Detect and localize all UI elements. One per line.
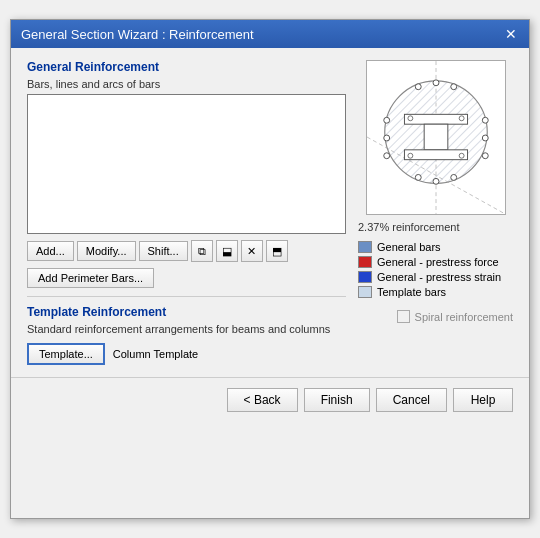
dialog-footer: < Back Finish Cancel Help — [11, 377, 529, 422]
legend-color-prestress-strain — [358, 271, 372, 283]
template-button[interactable]: Template... — [27, 343, 105, 365]
spiral-label: Spiral reinforcement — [415, 311, 513, 323]
svg-point-16 — [482, 153, 488, 159]
divider — [27, 296, 346, 297]
legend-color-template-bars — [358, 286, 372, 298]
svg-point-19 — [450, 174, 456, 180]
dialog-body: General Reinforcement Bars, lines and ar… — [11, 48, 529, 377]
legend-label-template-bars: Template bars — [377, 286, 446, 298]
legend-color-prestress-force — [358, 256, 372, 268]
svg-point-12 — [383, 135, 389, 141]
toolbar-row: Add... Modify... Shift... ⧉ ⬓ ✕ ⬒ — [27, 240, 346, 262]
legend-color-general-bars — [358, 241, 372, 253]
reinforcement-percent: 2.37% reinforcement — [358, 221, 460, 233]
svg-point-17 — [433, 178, 439, 184]
template-sub-label: Standard reinforcement arrangements for … — [27, 323, 346, 335]
left-panel: General Reinforcement Bars, lines and ar… — [27, 60, 346, 365]
dialog-window: General Section Wizard : Reinforcement ✕… — [10, 19, 530, 519]
svg-point-9 — [415, 84, 421, 90]
paste-icon-button[interactable]: ⬓ — [216, 240, 238, 262]
shift-button[interactable]: Shift... — [139, 241, 188, 261]
title-bar: General Section Wizard : Reinforcement ✕ — [11, 20, 529, 48]
svg-point-13 — [383, 153, 389, 159]
extra-icon-button[interactable]: ⬒ — [266, 240, 288, 262]
svg-point-8 — [433, 80, 439, 86]
delete-icon: ✕ — [247, 245, 256, 258]
svg-rect-7 — [404, 150, 467, 160]
svg-point-20 — [407, 116, 412, 121]
legend-label-prestress-force: General - prestress force — [377, 256, 499, 268]
legend-item-template-bars: Template bars — [358, 286, 513, 298]
help-button[interactable]: Help — [453, 388, 513, 412]
back-button[interactable]: < Back — [227, 388, 298, 412]
column-template-link[interactable]: Column Template — [113, 348, 198, 360]
legend-item-general-bars: General bars — [358, 241, 513, 253]
copy-icon: ⧉ — [198, 245, 206, 258]
svg-point-18 — [415, 174, 421, 180]
legend-item-prestress-force: General - prestress force — [358, 256, 513, 268]
svg-point-22 — [407, 153, 412, 158]
legend-item-prestress-strain: General - prestress strain — [358, 271, 513, 283]
general-reinforcement-label: General Reinforcement — [27, 60, 346, 74]
add-button[interactable]: Add... — [27, 241, 74, 261]
right-panel: 2.37% reinforcement General bars General… — [358, 60, 513, 365]
dialog-title: General Section Wizard : Reinforcement — [21, 27, 254, 42]
close-button[interactable]: ✕ — [503, 26, 519, 42]
bars-list — [27, 94, 346, 234]
legend-label-prestress-strain: General - prestress strain — [377, 271, 501, 283]
legend-label-general-bars: General bars — [377, 241, 441, 253]
template-reinforcement-label: Template Reinforcement — [27, 305, 346, 319]
svg-point-11 — [383, 117, 389, 123]
delete-icon-button[interactable]: ✕ — [241, 240, 263, 262]
svg-point-14 — [482, 117, 488, 123]
preview-svg — [367, 61, 505, 214]
svg-point-23 — [459, 153, 464, 158]
section-preview — [366, 60, 506, 215]
extra-icon: ⬒ — [272, 245, 282, 258]
finish-button[interactable]: Finish — [304, 388, 370, 412]
svg-point-21 — [459, 116, 464, 121]
spiral-row: Spiral reinforcement — [397, 310, 513, 323]
svg-rect-6 — [424, 124, 448, 150]
spiral-checkbox[interactable] — [397, 310, 410, 323]
bars-sub-label: Bars, lines and arcs of bars — [27, 78, 346, 90]
svg-rect-5 — [404, 114, 467, 124]
add-perimeter-button[interactable]: Add Perimeter Bars... — [27, 268, 154, 288]
svg-point-15 — [482, 135, 488, 141]
paste-icon: ⬓ — [222, 245, 232, 258]
cancel-button[interactable]: Cancel — [376, 388, 447, 412]
copy-icon-button[interactable]: ⧉ — [191, 240, 213, 262]
legend: General bars General - prestress force G… — [358, 241, 513, 298]
template-buttons-row: Template... Column Template — [27, 343, 346, 365]
svg-point-10 — [450, 84, 456, 90]
modify-button[interactable]: Modify... — [77, 241, 136, 261]
